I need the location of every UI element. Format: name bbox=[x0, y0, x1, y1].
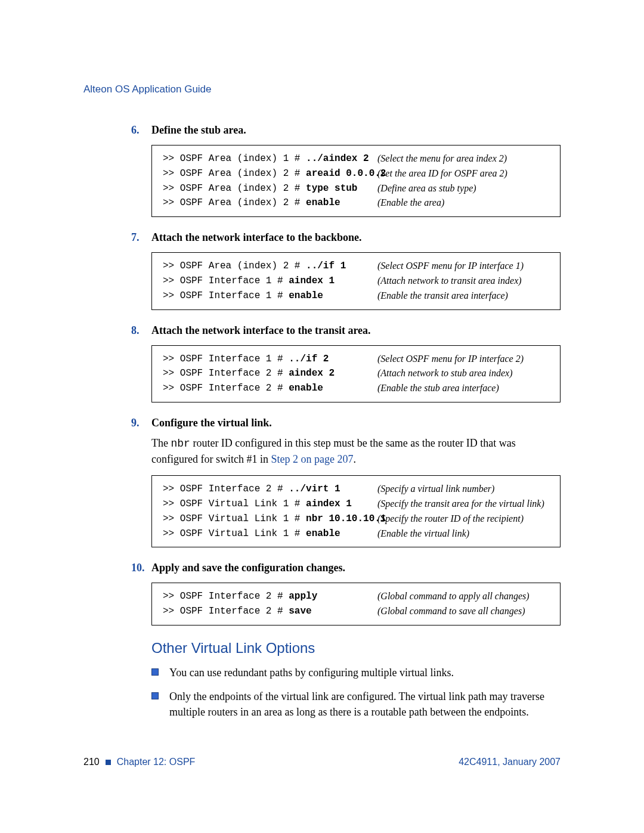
cmd-line: >> OSPF Interface 2 # aindex 2(Attach ne… bbox=[163, 366, 550, 381]
command-box-6: >> OSPF Area (index) 1 # ../aindex 2(Sel… bbox=[151, 145, 561, 217]
step-number: 10. bbox=[131, 562, 151, 574]
cmd-line: >> OSPF Interface 2 # apply(Global comma… bbox=[163, 589, 550, 604]
step-10-heading: 10. Apply and save the configuration cha… bbox=[131, 562, 561, 574]
step-title: Attach the network interface to the tran… bbox=[151, 324, 371, 337]
cmd-line: >> OSPF Interface 2 # enable(Enable the … bbox=[163, 381, 550, 396]
cmd-line: >> OSPF Area (index) 1 # ../aindex 2(Sel… bbox=[163, 151, 550, 166]
step-title: Attach the network interface to the back… bbox=[151, 231, 361, 244]
guide-title: Alteon OS Application Guide bbox=[83, 83, 561, 95]
step-title: Configure the virtual link. bbox=[151, 417, 272, 429]
cmd-line: >> OSPF Interface 1 # aindex 1(Attach ne… bbox=[163, 274, 550, 289]
step-9-heading: 9. Configure the virtual link. bbox=[131, 417, 561, 429]
cmd-line: >> OSPF Virtual Link 1 # enable(Enable t… bbox=[163, 527, 550, 541]
step-7-heading: 7. Attach the network interface to the b… bbox=[131, 231, 561, 244]
step-number: 7. bbox=[131, 231, 151, 244]
page-number: 210 bbox=[83, 757, 100, 767]
bullet-square-icon bbox=[151, 668, 159, 676]
bullet-text: Only the endpoints of the virtual link a… bbox=[169, 689, 561, 720]
cmd-line: >> OSPF Virtual Link 1 # nbr 10.10.10.1(… bbox=[163, 512, 550, 527]
cmd-line: >> OSPF Interface 2 # save(Global comman… bbox=[163, 604, 550, 619]
cross-reference-link[interactable]: Step 2 on page 207 bbox=[271, 453, 353, 465]
inline-code-nbr: nbr bbox=[171, 438, 190, 450]
command-box-7: >> OSPF Area (index) 2 # ../if 1(Select … bbox=[151, 252, 561, 309]
cmd-line: >> OSPF Area (index) 2 # enable(Enable t… bbox=[163, 196, 550, 210]
command-box-9: >> OSPF Interface 2 # ../virt 1(Specify … bbox=[151, 475, 561, 547]
cmd-line: >> OSPF Interface 2 # ../virt 1(Specify … bbox=[163, 482, 550, 497]
step-9-paragraph: The nbr router ID configured in this ste… bbox=[151, 435, 561, 467]
step-8-heading: 8. Attach the network interface to the t… bbox=[131, 324, 561, 337]
step-number: 6. bbox=[131, 124, 151, 137]
step-6-heading: 6. Define the stub area. bbox=[131, 124, 561, 137]
cmd-line: >> OSPF Area (index) 2 # type stub(Defin… bbox=[163, 181, 550, 196]
cmd-line: >> OSPF Interface 1 # ../if 2(Select OSP… bbox=[163, 352, 550, 367]
bullet-text: You can use redundant paths by configuri… bbox=[169, 665, 454, 680]
bullet-item: Only the endpoints of the virtual link a… bbox=[151, 689, 561, 720]
command-box-10: >> OSPF Interface 2 # apply(Global comma… bbox=[151, 583, 561, 625]
cmd-line: >> OSPF Area (index) 2 # ../if 1(Select … bbox=[163, 259, 550, 274]
cmd-line: >> OSPF Area (index) 2 # areaid 0.0.0.2(… bbox=[163, 166, 550, 181]
command-box-8: >> OSPF Interface 1 # ../if 2(Select OSP… bbox=[151, 345, 561, 402]
page-footer: 210 Chapter 12: OSPF 42C4911, January 20… bbox=[83, 757, 561, 767]
step-title: Apply and save the configuration changes… bbox=[151, 562, 345, 574]
bullet-item: You can use redundant paths by configuri… bbox=[151, 665, 561, 680]
subsection-heading: Other Virtual Link Options bbox=[151, 640, 561, 657]
footer-square-icon bbox=[106, 760, 111, 765]
step-title: Define the stub area. bbox=[151, 124, 246, 137]
step-number: 8. bbox=[131, 324, 151, 337]
cmd-line: >> OSPF Interface 1 # enable(Enable the … bbox=[163, 289, 550, 304]
step-number: 9. bbox=[131, 417, 151, 429]
cmd-line: >> OSPF Virtual Link 1 # aindex 1(Specif… bbox=[163, 497, 550, 512]
bullet-square-icon bbox=[151, 692, 159, 699]
footer-chapter: Chapter 12: OSPF bbox=[117, 757, 196, 767]
footer-doc-id: 42C4911, January 2007 bbox=[459, 757, 561, 767]
